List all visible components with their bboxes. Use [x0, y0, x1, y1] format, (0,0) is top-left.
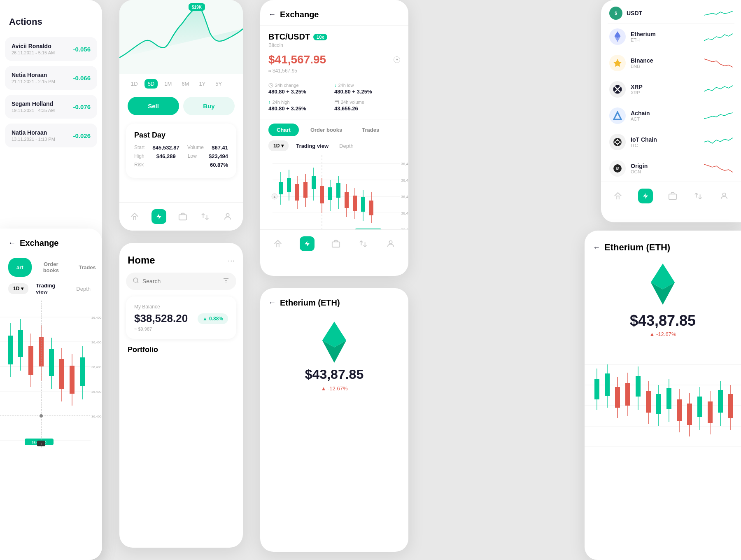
flash-nav-cl[interactable] [638, 189, 653, 203]
eth-logo-area [260, 313, 408, 367]
svg-rect-38 [328, 187, 332, 200]
trading-view-btn[interactable]: Trading view [293, 141, 332, 151]
svg-rect-5 [179, 215, 186, 220]
candlestick-chart: 36,400.00 36,400.00 36,400.00 36,400.00 … [260, 155, 408, 229]
svg-point-7 [133, 278, 138, 282]
more-button[interactable]: ··· [228, 256, 235, 265]
svg-text:36,400.00: 36,400.00 [401, 162, 408, 166]
back-arrow-eth[interactable]: ← [268, 299, 276, 307]
trading-view-left[interactable]: Trading view [33, 281, 69, 296]
search-icon [133, 277, 139, 285]
profile-nav-chart[interactable] [222, 211, 233, 222]
home-nav-cl[interactable] [612, 190, 624, 202]
coin-itc[interactable]: IoT Chain ITC [601, 129, 741, 155]
back-arrow-icon[interactable]: ← [268, 10, 276, 19]
tx-item-1[interactable]: Avicii Ronaldo 26.11.2021 - 5:15 AM -0.0… [5, 37, 97, 61]
tab-orderbooks[interactable]: Order books [302, 124, 350, 136]
balance-card: My Balance $38,528.20 ▲ 0.88% ~ $9,987 [126, 296, 236, 339]
depth-btn[interactable]: Depth [336, 141, 357, 151]
time-filter-bar: 1D 5D 1M 6M 1Y 5Y [119, 74, 243, 93]
tx-name-3: Segam Holland [12, 100, 55, 107]
tab-chart[interactable]: Chart [268, 124, 299, 136]
tx-item-2[interactable]: Netia Horaan 21.11.2021 - 2:15 PM -0.066 [5, 66, 97, 90]
svg-point-68 [617, 144, 618, 145]
tab-orderbooks-left[interactable]: Order books [35, 258, 67, 277]
exchange-left-header: ← Exchange [0, 229, 102, 254]
leverage-badge: 10x [313, 34, 327, 40]
sell-button[interactable]: Sell [128, 97, 179, 115]
svg-rect-106 [708, 401, 713, 423]
coin-bnb[interactable]: Binance BNB [601, 50, 741, 76]
wallet-nav-chart[interactable] [177, 211, 189, 222]
tf-1m[interactable]: 1M [161, 79, 175, 89]
bottom-nav-exchange [260, 229, 408, 258]
svg-rect-12 [335, 100, 339, 104]
svg-rect-30 [295, 184, 299, 201]
stats-grid: 24h change 480.80 + 3.25% ↓ 24h low 480.… [260, 77, 408, 119]
exchange-nav-cl[interactable] [692, 190, 704, 202]
svg-rect-136 [70, 366, 75, 394]
svg-text:36,400.00: 36,400.00 [401, 211, 408, 215]
flash-nav-ex[interactable] [300, 236, 315, 251]
home-nav-ex[interactable] [272, 238, 284, 250]
wallet-nav-cl[interactable] [667, 190, 678, 202]
search-bar[interactable] [126, 273, 236, 290]
svg-rect-42 [345, 192, 349, 208]
tab-trades[interactable]: Trades [354, 124, 387, 136]
buy-button[interactable]: Buy [183, 97, 235, 115]
coin-ogn[interactable]: ∅ Origin OGN [601, 155, 741, 182]
tab-art[interactable]: art [8, 258, 32, 277]
usdt-name: USDT [627, 10, 642, 16]
home-title: Home [128, 254, 155, 266]
chevron-down-icon[interactable]: ▾ [394, 56, 400, 63]
home-nav-chart[interactable] [129, 211, 140, 222]
btc-price: $41,567.95 [268, 53, 326, 66]
time-select-left[interactable]: 1D ▾ [8, 283, 28, 294]
exchange-nav-chart[interactable] [199, 211, 211, 222]
balance-change: 0.88% [209, 316, 223, 322]
svg-rect-108 [718, 390, 723, 413]
tx-item-4[interactable]: Natia Horaan 13.11.2021 - 1:13 PM -0.026 [5, 124, 97, 147]
itc-coin-icon [609, 134, 626, 150]
tf-5d[interactable]: 5D [144, 79, 158, 89]
pd-start-value: $45,532.87 [153, 145, 179, 151]
back-arrow-eth-right[interactable]: ← [593, 243, 600, 252]
svg-text:36,400.00: 36,400.00 [401, 178, 408, 182]
eth-detail-header: ← Etherium (ETH) [260, 288, 408, 313]
svg-rect-100 [677, 399, 682, 421]
usdt-icon: $ [609, 7, 622, 20]
portfolio-title: Portfolio [119, 345, 243, 359]
svg-point-143 [40, 414, 43, 418]
filter-icon[interactable] [222, 277, 230, 286]
svg-text:▲: ▲ [273, 195, 277, 199]
eth-name: Etherium [631, 31, 699, 37]
profile-nav-cl[interactable] [718, 190, 730, 202]
time-select[interactable]: 1D ▾ [268, 140, 289, 151]
exchange-nav-ex[interactable] [357, 238, 369, 250]
search-input[interactable] [142, 278, 219, 285]
high-value: 480.80 + 3.25% [268, 105, 334, 112]
tf-5y[interactable]: 5Y [212, 79, 225, 89]
back-arrow-left[interactable]: ← [8, 239, 16, 247]
tx-item-3[interactable]: Segam Holland 19.11.2021 - 4:35 AM -0.07… [5, 95, 97, 119]
coin-eth[interactable]: Etherium ETH [601, 23, 741, 50]
tx-date-3: 19.11.2021 - 4:35 AM [12, 108, 55, 113]
profile-nav-ex[interactable] [385, 238, 396, 250]
coin-xrp[interactable]: XRP XRP [601, 76, 741, 103]
eth-center-price: $43,87.85 [260, 367, 408, 385]
coin-act[interactable]: Achain ACT [601, 103, 741, 129]
svg-text:36,400.00: 36,400.00 [91, 341, 102, 344]
exchange-tab-bar: Chart Order books Trades [260, 119, 408, 140]
tf-6m[interactable]: 6M [178, 79, 192, 89]
balance-amount: $38,528.20 [134, 312, 188, 325]
depth-left[interactable]: Depth [73, 284, 94, 294]
svg-rect-88 [615, 387, 620, 408]
act-name: Achain [631, 110, 699, 117]
flash-nav-chart[interactable] [151, 209, 166, 224]
wallet-nav-ex[interactable] [330, 238, 342, 250]
tf-1y[interactable]: 1Y [196, 79, 209, 89]
tab-trades-left[interactable]: Trades [70, 258, 102, 277]
eth-right-change: ▲ -12.67% [585, 331, 741, 344]
tf-1d[interactable]: 1D [128, 79, 141, 89]
svg-text:36,400.00: 36,400.00 [91, 390, 102, 394]
